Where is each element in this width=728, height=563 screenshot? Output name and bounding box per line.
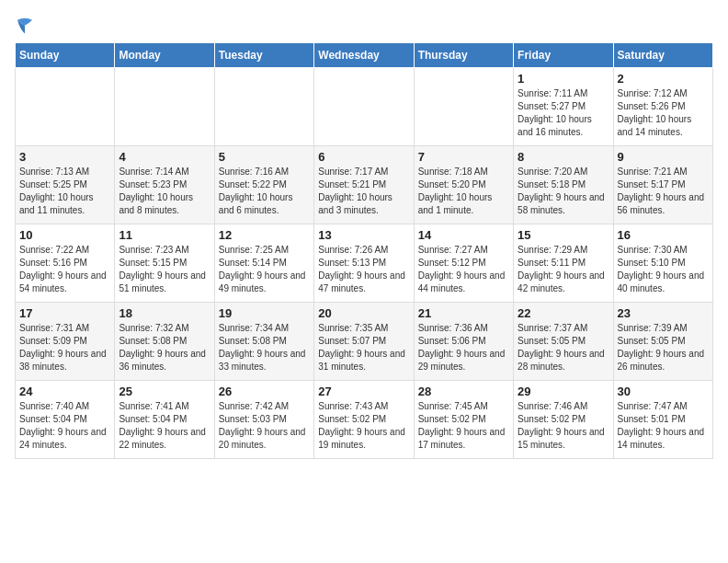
day-number: 10 [19,228,110,242]
table-row: 27Sunrise: 7:43 AM Sunset: 5:02 PM Dayli… [314,381,414,459]
table-row: 12Sunrise: 7:25 AM Sunset: 5:14 PM Dayli… [214,224,313,303]
table-row: 11Sunrise: 7:23 AM Sunset: 5:15 PM Dayli… [115,224,214,303]
table-row: 25Sunrise: 7:41 AM Sunset: 5:04 PM Dayli… [115,381,214,459]
table-row: 28Sunrise: 7:45 AM Sunset: 5:02 PM Dayli… [414,381,513,459]
day-number: 22 [518,306,609,320]
logo [15,15,39,35]
day-content: Sunrise: 7:12 AM Sunset: 5:26 PM Dayligh… [618,87,709,139]
day-content: Sunrise: 7:34 AM Sunset: 5:08 PM Dayligh… [219,322,310,373]
table-row: 24Sunrise: 7:40 AM Sunset: 5:04 PM Dayli… [16,381,115,459]
col-header-monday: Monday [115,43,214,68]
day-number: 23 [618,306,709,320]
table-row: 5Sunrise: 7:16 AM Sunset: 5:22 PM Daylig… [214,146,313,224]
day-content: Sunrise: 7:42 AM Sunset: 5:03 PM Dayligh… [219,400,310,452]
day-number: 24 [19,385,110,398]
col-header-sunday: Sunday [16,43,115,68]
table-row: 23Sunrise: 7:39 AM Sunset: 5:05 PM Dayli… [613,303,712,381]
col-header-wednesday: Wednesday [314,43,414,68]
day-content: Sunrise: 7:32 AM Sunset: 5:08 PM Dayligh… [119,322,210,373]
day-content: Sunrise: 7:20 AM Sunset: 5:18 PM Dayligh… [518,166,609,217]
table-row [115,68,214,146]
day-number: 20 [318,306,409,320]
day-content: Sunrise: 7:30 AM Sunset: 5:10 PM Dayligh… [618,244,709,295]
table-row [214,68,313,146]
day-number: 25 [119,385,210,398]
logo-icon [15,15,35,35]
day-content: Sunrise: 7:37 AM Sunset: 5:05 PM Dayligh… [518,322,609,373]
day-number: 27 [318,385,409,398]
day-number: 6 [318,150,409,164]
day-content: Sunrise: 7:22 AM Sunset: 5:16 PM Dayligh… [19,244,110,295]
day-content: Sunrise: 7:16 AM Sunset: 5:22 PM Dayligh… [219,166,310,217]
table-row: 10Sunrise: 7:22 AM Sunset: 5:16 PM Dayli… [16,224,115,303]
table-row: 19Sunrise: 7:34 AM Sunset: 5:08 PM Dayli… [214,303,313,381]
day-content: Sunrise: 7:43 AM Sunset: 5:02 PM Dayligh… [318,400,409,452]
col-header-thursday: Thursday [414,43,513,68]
day-number: 8 [518,150,609,164]
day-number: 28 [418,385,509,398]
day-number: 14 [418,228,509,242]
table-row [314,68,414,146]
day-content: Sunrise: 7:13 AM Sunset: 5:25 PM Dayligh… [19,166,110,217]
table-row: 2Sunrise: 7:12 AM Sunset: 5:26 PM Daylig… [613,68,712,146]
col-header-tuesday: Tuesday [214,43,313,68]
day-number: 5 [219,150,310,164]
table-row: 20Sunrise: 7:35 AM Sunset: 5:07 PM Dayli… [314,303,414,381]
day-content: Sunrise: 7:39 AM Sunset: 5:05 PM Dayligh… [618,322,709,373]
day-number: 15 [518,228,609,242]
table-row: 26Sunrise: 7:42 AM Sunset: 5:03 PM Dayli… [214,381,313,459]
table-row: 29Sunrise: 7:46 AM Sunset: 5:02 PM Dayli… [514,381,613,459]
day-content: Sunrise: 7:26 AM Sunset: 5:13 PM Dayligh… [318,244,409,295]
table-row: 7Sunrise: 7:18 AM Sunset: 5:20 PM Daylig… [414,146,513,224]
day-content: Sunrise: 7:36 AM Sunset: 5:06 PM Dayligh… [418,322,509,373]
table-row: 9Sunrise: 7:21 AM Sunset: 5:17 PM Daylig… [613,146,712,224]
day-number: 30 [618,385,709,398]
day-number: 3 [19,150,110,164]
table-row: 4Sunrise: 7:14 AM Sunset: 5:23 PM Daylig… [115,146,214,224]
table-row: 1Sunrise: 7:11 AM Sunset: 5:27 PM Daylig… [514,68,613,146]
table-row: 21Sunrise: 7:36 AM Sunset: 5:06 PM Dayli… [414,303,513,381]
day-content: Sunrise: 7:46 AM Sunset: 5:02 PM Dayligh… [518,400,609,452]
table-row: 14Sunrise: 7:27 AM Sunset: 5:12 PM Dayli… [414,224,513,303]
day-number: 29 [518,385,609,398]
day-content: Sunrise: 7:35 AM Sunset: 5:07 PM Dayligh… [318,322,409,373]
calendar-table: SundayMondayTuesdayWednesdayThursdayFrid… [15,42,713,459]
day-content: Sunrise: 7:23 AM Sunset: 5:15 PM Dayligh… [119,244,210,295]
page-header [15,15,713,35]
day-number: 17 [19,306,110,320]
table-row: 15Sunrise: 7:29 AM Sunset: 5:11 PM Dayli… [514,224,613,303]
day-number: 26 [219,385,310,398]
table-row: 3Sunrise: 7:13 AM Sunset: 5:25 PM Daylig… [16,146,115,224]
day-content: Sunrise: 7:31 AM Sunset: 5:09 PM Dayligh… [19,322,110,373]
day-content: Sunrise: 7:25 AM Sunset: 5:14 PM Dayligh… [219,244,310,295]
day-number: 11 [119,228,210,242]
day-content: Sunrise: 7:45 AM Sunset: 5:02 PM Dayligh… [418,400,509,452]
day-content: Sunrise: 7:18 AM Sunset: 5:20 PM Dayligh… [418,166,509,217]
day-content: Sunrise: 7:40 AM Sunset: 5:04 PM Dayligh… [19,400,110,452]
day-content: Sunrise: 7:21 AM Sunset: 5:17 PM Dayligh… [618,166,709,217]
day-number: 16 [618,228,709,242]
table-row: 18Sunrise: 7:32 AM Sunset: 5:08 PM Dayli… [115,303,214,381]
col-header-saturday: Saturday [613,43,712,68]
day-number: 2 [618,72,709,86]
table-row: 13Sunrise: 7:26 AM Sunset: 5:13 PM Dayli… [314,224,414,303]
table-row: 16Sunrise: 7:30 AM Sunset: 5:10 PM Dayli… [613,224,712,303]
day-content: Sunrise: 7:41 AM Sunset: 5:04 PM Dayligh… [119,400,210,452]
day-content: Sunrise: 7:11 AM Sunset: 5:27 PM Dayligh… [518,87,609,139]
table-row: 30Sunrise: 7:47 AM Sunset: 5:01 PM Dayli… [613,381,712,459]
day-content: Sunrise: 7:27 AM Sunset: 5:12 PM Dayligh… [418,244,509,295]
day-content: Sunrise: 7:14 AM Sunset: 5:23 PM Dayligh… [119,166,210,217]
table-row: 17Sunrise: 7:31 AM Sunset: 5:09 PM Dayli… [16,303,115,381]
day-number: 4 [119,150,210,164]
day-number: 18 [119,306,210,320]
day-content: Sunrise: 7:29 AM Sunset: 5:11 PM Dayligh… [518,244,609,295]
table-row [414,68,513,146]
day-number: 19 [219,306,310,320]
day-number: 13 [318,228,409,242]
day-number: 1 [518,72,609,86]
table-row [16,68,115,146]
table-row: 8Sunrise: 7:20 AM Sunset: 5:18 PM Daylig… [514,146,613,224]
day-content: Sunrise: 7:47 AM Sunset: 5:01 PM Dayligh… [618,400,709,452]
day-number: 12 [219,228,310,242]
table-row: 22Sunrise: 7:37 AM Sunset: 5:05 PM Dayli… [514,303,613,381]
